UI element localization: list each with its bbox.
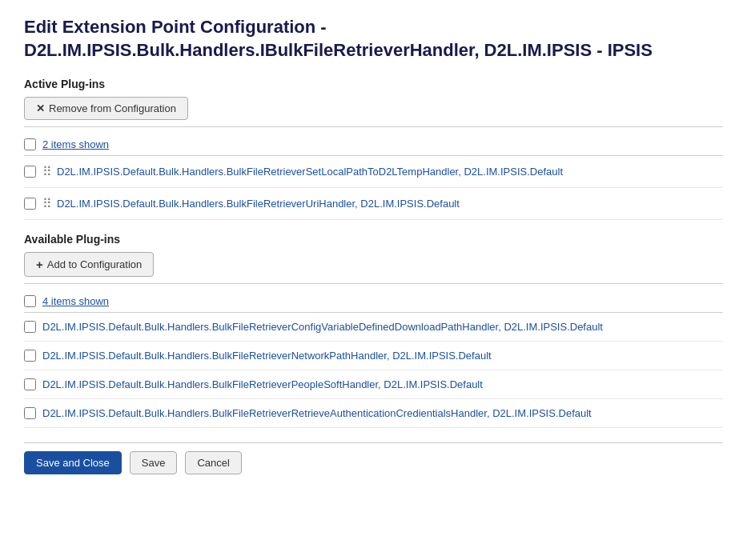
active-plugins-label: Active Plug-ins (24, 78, 723, 90)
available-plugins-section: Available Plug-ins + Add to Configuratio… (24, 233, 723, 428)
active-select-all-checkbox[interactable] (24, 138, 36, 150)
add-to-configuration-button[interactable]: + Add to Configuration (24, 252, 154, 277)
save-button[interactable]: Save (130, 451, 178, 474)
available-select-all-checkbox[interactable] (24, 295, 36, 307)
available-plugin-checkbox-1[interactable] (24, 321, 36, 333)
active-divider-top (24, 126, 723, 127)
footer-buttons: Save and Close Save Cancel (24, 442, 723, 474)
active-plugin-row: ⠿ D2L.IM.IPSIS.Default.Bulk.Handlers.Bul… (24, 156, 723, 188)
active-plugin-checkbox-2[interactable] (24, 198, 36, 210)
available-plugin-row-2: D2L.IM.IPSIS.Default.Bulk.Handlers.BulkF… (24, 342, 723, 370)
active-plugin-link-2[interactable]: D2L.IM.IPSIS.Default.Bulk.Handlers.BulkF… (57, 198, 460, 210)
active-plugin-row-2: ⠿ D2L.IM.IPSIS.Default.Bulk.Handlers.Bul… (24, 188, 723, 220)
available-plugins-label: Available Plug-ins (24, 233, 723, 246)
available-plugin-checkbox-2[interactable] (24, 350, 36, 362)
active-plugins-section: Active Plug-ins ✕ Remove from Configurat… (24, 78, 723, 220)
available-divider-top (24, 283, 723, 284)
active-items-shown-row: 2 items shown (24, 134, 723, 156)
plus-icon: + (36, 258, 43, 271)
active-plugins-action-row: ✕ Remove from Configuration (24, 97, 723, 120)
cancel-button[interactable]: Cancel (185, 451, 241, 474)
available-plugin-row-4: D2L.IM.IPSIS.Default.Bulk.Handlers.BulkF… (24, 399, 723, 428)
remove-button-label: Remove from Configuration (49, 102, 176, 114)
available-plugin-checkbox-3[interactable] (24, 378, 36, 390)
x-icon: ✕ (36, 102, 45, 114)
save-and-close-button[interactable]: Save and Close (24, 451, 122, 474)
page-title: Edit Extension Point Configuration - D2L… (24, 16, 723, 62)
add-button-label: Add to Configuration (47, 258, 143, 270)
available-plugin-link-1[interactable]: D2L.IM.IPSIS.Default.Bulk.Handlers.BulkF… (42, 321, 603, 333)
remove-from-configuration-button[interactable]: ✕ Remove from Configuration (24, 97, 188, 120)
active-plugin-checkbox-1[interactable] (24, 166, 36, 178)
available-plugin-link-2[interactable]: D2L.IM.IPSIS.Default.Bulk.Handlers.BulkF… (42, 350, 492, 362)
drag-handle-icon-1[interactable]: ⠿ (42, 164, 50, 179)
available-plugin-row-1: D2L.IM.IPSIS.Default.Bulk.Handlers.BulkF… (24, 313, 723, 342)
active-items-shown-text[interactable]: 2 items shown (42, 138, 109, 150)
available-plugin-link-3[interactable]: D2L.IM.IPSIS.Default.Bulk.Handlers.BulkF… (42, 378, 483, 390)
active-plugin-link-1[interactable]: D2L.IM.IPSIS.Default.Bulk.Handlers.BulkF… (57, 166, 563, 178)
available-plugin-checkbox-4[interactable] (24, 407, 36, 419)
available-plugins-action-row: + Add to Configuration (24, 252, 723, 277)
available-plugin-row-3: D2L.IM.IPSIS.Default.Bulk.Handlers.BulkF… (24, 370, 723, 399)
available-plugin-link-4[interactable]: D2L.IM.IPSIS.Default.Bulk.Handlers.BulkF… (42, 407, 592, 419)
available-items-shown-text[interactable]: 4 items shown (42, 295, 109, 307)
available-items-shown-row: 4 items shown (24, 290, 723, 313)
drag-handle-icon-2[interactable]: ⠿ (42, 196, 50, 211)
